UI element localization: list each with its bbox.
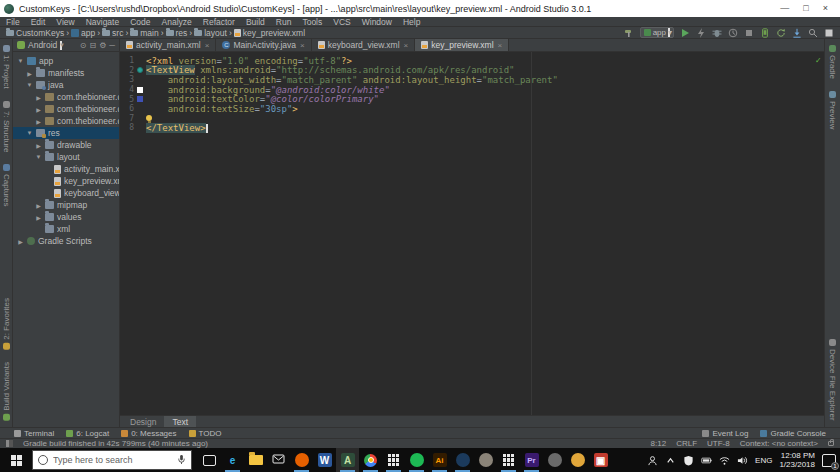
taskbar-app-app-gray[interactable] [543,448,566,472]
breadcrumb-key_preview-xml[interactable]: key_preview.xml [234,28,305,38]
breadcrumb-src[interactable]: src [102,28,123,38]
run-icon[interactable] [679,27,690,38]
tree-expanded-arrow-icon[interactable]: ▼ [26,82,33,88]
volume-icon[interactable] [737,455,748,466]
tree-item-layout[interactable]: ▼layout [13,151,119,163]
settings-gear-icon[interactable]: ⚙ [99,41,106,50]
menu-navigate[interactable]: Navigate [86,17,120,27]
hide-panel-icon[interactable]: ─ [109,41,115,50]
tool-button-captures[interactable]: Captures [2,158,11,212]
close-tab-icon[interactable]: × [300,41,305,50]
tree-item-gradle-scripts[interactable]: ▶Gradle Scripts [13,235,119,247]
locate-icon[interactable]: ⊙ [80,41,87,50]
stop-icon[interactable] [743,27,754,38]
taskbar-app-app-red[interactable]: ▣ [589,448,612,472]
color-swatch-white[interactable] [134,87,146,93]
taskbar-app-edge[interactable]: e [221,448,244,472]
inspection-ok-icon[interactable]: ✓ [816,55,821,65]
tree-item-com-thebioneer-customkeys[interactable]: ▶com.thebioneer.customkeys [13,115,119,127]
maximize-button[interactable]: □ [803,4,808,13]
taskbar-app-word[interactable]: W [313,448,336,472]
tree-item-activity_main-xml[interactable]: activity_main.xml [13,163,119,175]
menu-help[interactable]: Help [403,17,420,27]
tool-button-build-variants[interactable]: Build Variants [2,356,11,427]
readonly-lock-icon[interactable] [828,441,834,446]
tree-collapsed-arrow-icon[interactable]: ▶ [35,142,42,149]
menu-view[interactable]: View [56,17,74,27]
tool-button-gradle[interactable]: Gradle [828,39,837,85]
tree-collapsed-arrow-icon[interactable]: ▶ [35,94,42,101]
language-indicator[interactable]: ENG [755,456,772,465]
editor-tab-keyboard_view-xml[interactable]: keyboard_view.xml× [312,39,415,51]
tool-button-7-structure[interactable]: 7: Structure [2,95,11,158]
tool-button-device-file-explorer[interactable]: Device File Explorer [828,333,837,427]
taskbar-app-spotify[interactable] [405,448,428,472]
close-tab-icon[interactable]: × [498,41,503,50]
class-gutter-icon[interactable] [134,67,146,73]
tree-item-java[interactable]: ▼java [13,79,119,91]
toolwindow-button-terminal[interactable]: Terminal [14,429,54,438]
tree-collapsed-arrow-icon[interactable]: ▶ [35,106,42,113]
encoding-indicator[interactable]: UTF-8 [707,439,730,448]
menu-file[interactable]: File [6,17,20,27]
tree-item-com-thebioneer-customkeys[interactable]: ▶com.thebioneer.customkeys [13,91,119,103]
tree-collapsed-arrow-icon[interactable]: ▶ [35,118,42,125]
sdk-manager-icon[interactable] [791,27,802,38]
defender-shield-icon[interactable] [683,455,694,466]
tree-expanded-arrow-icon[interactable]: ▼ [17,58,24,64]
microphone-icon[interactable] [177,451,186,469]
battery-icon[interactable] [701,455,712,466]
editor-mode-tab-text[interactable]: Text [164,416,196,427]
tree-item-drawable[interactable]: ▶drawable [13,139,119,151]
editor-mode-tab-design[interactable]: Design [122,416,164,427]
menu-analyze[interactable]: Analyze [162,17,192,27]
editor-tab-key_preview-xml[interactable]: key_preview.xml× [415,39,509,51]
toolwindow-button-todo[interactable]: TODO [189,429,222,438]
menu-vcs[interactable]: VCS [333,17,350,27]
menu-edit[interactable]: Edit [31,17,46,27]
settings-square-icon[interactable] [823,27,834,38]
taskbar-app-android-studio[interactable]: A [336,448,359,472]
menu-code[interactable]: Code [130,17,150,27]
action-center-icon[interactable]: 1 [822,454,836,467]
avd-manager-icon[interactable] [759,27,770,38]
tree-item-mipmap[interactable]: ▶mipmap [13,199,119,211]
people-icon[interactable] [647,455,658,466]
debug-icon[interactable] [711,27,722,38]
intention-bulb-icon[interactable] [146,115,152,121]
tool-button-preview[interactable]: Preview [828,85,837,135]
build-hammer-icon[interactable] [624,27,635,38]
taskbar-app-calendar[interactable] [382,448,405,472]
tree-item-key_preview-xml[interactable]: key_preview.xml [13,175,119,187]
tree-item-xml[interactable]: xml [13,223,119,235]
menu-tools[interactable]: Tools [302,17,322,27]
close-tab-icon[interactable]: × [205,41,210,50]
breadcrumb-main[interactable]: main [130,28,158,38]
breadcrumb-customkeys[interactable]: CustomKeys [6,28,64,38]
tool-button-1-project[interactable]: 1: Project [2,39,11,95]
taskbar-app-steam[interactable] [451,448,474,472]
menu-build[interactable]: Build [246,17,265,27]
tree-item-manifests[interactable]: ▶manifests [13,67,119,79]
color-swatch-blue[interactable] [134,96,146,102]
taskbar-app-calculator[interactable] [497,448,520,472]
menu-refactor[interactable]: Refactor [203,17,235,27]
menu-window[interactable]: Window [362,17,392,27]
toolwindow-button-6-logcat[interactable]: 6: Logcat [66,429,109,438]
breadcrumb-layout[interactable]: layout [194,28,227,38]
taskbar-app-illustrator[interactable]: Ai [428,448,451,472]
tree-expanded-arrow-icon[interactable]: ▼ [35,154,42,160]
clock[interactable]: 12:08 PM 1/23/2018 [779,451,815,469]
sync-gradle-icon[interactable] [775,27,786,38]
tree-collapsed-arrow-icon[interactable]: ▶ [26,70,33,77]
taskbar-search-box[interactable]: Type here to search [32,450,192,470]
taskbar-app-premiere[interactable]: Pr [520,448,543,472]
chevron-down-icon[interactable]: ▾ [60,41,62,50]
minimize-button[interactable]: — [780,4,789,13]
collapse-all-icon[interactable]: ⊟ [89,41,96,50]
tray-expand-chevron-icon[interactable] [665,455,676,466]
wifi-icon[interactable] [719,455,730,466]
toolwindow-button-gradle-console[interactable]: Gradle Console [760,429,826,438]
tool-button-2-favorites[interactable]: 2: Favorites [2,292,11,356]
breadcrumb-res[interactable]: res [166,28,188,38]
